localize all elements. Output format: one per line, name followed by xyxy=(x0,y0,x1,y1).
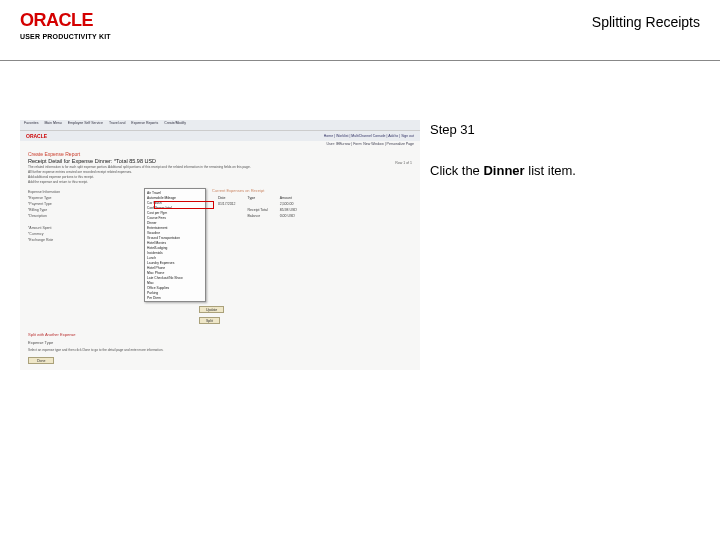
upk-label: USER PRODUCTIVITY KIT xyxy=(20,33,111,40)
content-area: Favorites Main Menu Employee Self Servic… xyxy=(20,120,700,370)
thumb-td: Balance xyxy=(242,213,274,219)
thumb-nav-item: Main Menu xyxy=(44,121,61,129)
instruction-post: list item. xyxy=(525,163,576,178)
expense-type-dropdown[interactable]: Air Travel Automobile Mileage Car Wash C… xyxy=(144,188,206,302)
thumb-body: Create Expense Report Receipt Detail for… xyxy=(20,147,420,368)
instruction-pane: Step 31 Click the Dinner list item. xyxy=(430,120,700,370)
thumb-bullet: Add the expense and return to this recei… xyxy=(28,181,412,185)
instruction-pre: Click the xyxy=(430,163,483,178)
instruction-bold: Dinner xyxy=(483,163,524,178)
step-label: Step 31 xyxy=(430,122,700,137)
thumb-field-label: *Expense Type xyxy=(28,196,51,200)
thumb-expense-table: Date Type Amount 01/17/2012 2,500.00 Rec… xyxy=(212,195,303,219)
thumb-navlinks: Home | Worklist | MultiChannel Console |… xyxy=(324,134,414,138)
page-header: ORACLE USER PRODUCTIVITY KIT Splitting R… xyxy=(0,10,720,61)
thumb-field-label: *Description xyxy=(28,214,47,218)
thumb-nav-item: Employee Self Service xyxy=(68,121,103,129)
thumb-field-label: *Currency xyxy=(28,232,44,236)
app-screenshot-thumbnail: Favorites Main Menu Employee Self Servic… xyxy=(20,120,420,370)
thumb-field-label: *Payment Type xyxy=(28,202,52,206)
thumb-field-label: Expense Information xyxy=(28,190,60,194)
thumb-nav-item: Expense Reports xyxy=(131,121,158,129)
thumb-section-title: Current Expenses on Receipt xyxy=(212,188,412,193)
thumb-etype-label: Expense Type xyxy=(28,340,53,345)
thumb-td xyxy=(212,213,242,219)
thumb-field-label: *Billing Type xyxy=(28,208,47,212)
thumb-nav-item: Create/Modify xyxy=(164,121,186,129)
thumb-heading: Create Expense Report xyxy=(28,151,412,157)
thumb-bullet: Add additional expense portions to this … xyxy=(28,176,412,180)
thumb-form-left: Expense Information *Expense Type *Payme… xyxy=(28,188,138,302)
thumb-split-link[interactable]: Split with Another Expense xyxy=(28,332,412,337)
thumb-td: 0.00 USD xyxy=(274,213,303,219)
thumb-split-button[interactable]: Split xyxy=(199,317,220,324)
thumb-footnote: Select an expense type and then click Do… xyxy=(28,349,412,353)
logo-block: ORACLE USER PRODUCTIVITY KIT xyxy=(20,10,111,40)
thumb-right-panel: Current Expenses on Receipt Date Type Am… xyxy=(212,188,412,302)
thumb-field-label: *Exchange Rate xyxy=(28,238,53,242)
thumb-brand-logo: ORACLE xyxy=(26,133,47,139)
list-item[interactable]: Per Diem Rate Daily xyxy=(146,300,204,302)
thumb-update-button[interactable]: Update xyxy=(199,306,224,313)
thumb-nav-item: Travel and xyxy=(109,121,125,129)
thumb-breadcrumb: Favorites Main Menu Employee Self Servic… xyxy=(20,120,420,131)
thumb-nav-item: Favorites xyxy=(24,121,38,129)
oracle-logo: ORACLE xyxy=(20,10,111,31)
instruction-text: Click the Dinner list item. xyxy=(430,163,700,180)
page-title: Splitting Receipts xyxy=(592,14,700,30)
thumb-brandbar: ORACLE Home | Worklist | MultiChannel Co… xyxy=(20,131,420,141)
thumb-field-label: *Amount Spent xyxy=(28,226,52,230)
thumb-done-button[interactable]: Done xyxy=(28,357,54,364)
